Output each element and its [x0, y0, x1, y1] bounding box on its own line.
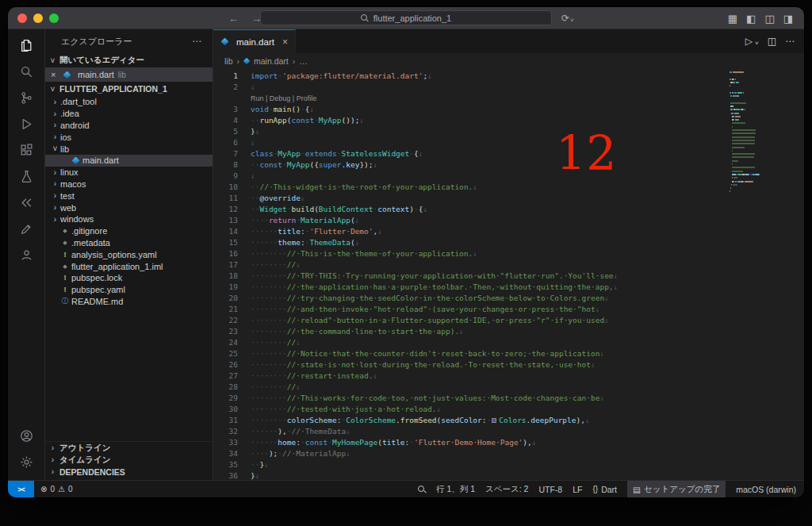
chevron-icon[interactable]: › [50, 203, 60, 212]
command-center[interactable]: flutter_application_1 [260, 10, 552, 25]
tree-item-ios[interactable]: ›ios [45, 131, 213, 143]
extensions-icon[interactable] [8, 137, 44, 163]
encoding[interactable]: UTF-8 [538, 481, 562, 497]
tree-item-pubspec.lock[interactable]: !pubspec.lock [45, 272, 213, 284]
sidebar-section-アウトライン[interactable]: ›アウトライン [45, 442, 213, 454]
tree-item-label: android [60, 121, 90, 130]
code-line: 25········//·Notice·that·the·counter·did… [213, 348, 804, 359]
zoom-window-button[interactable] [49, 13, 59, 23]
eol[interactable]: LF [573, 481, 582, 497]
indentation[interactable]: スペース: 2 [485, 481, 528, 497]
testing-icon[interactable] [8, 163, 44, 190]
tree-item-analysis_options.yaml[interactable]: !analysis_options.yaml [45, 248, 213, 260]
tree-item-web[interactable]: ›web [45, 202, 213, 213]
chevrons-icon[interactable] [8, 190, 44, 216]
code-text: ······title:·'Flutter·Demo',↓ [251, 227, 382, 236]
chevron-icon[interactable]: ˅ [50, 144, 60, 153]
titlebar: ← → flutter_application_1 ⟳˅ ▦◧◫◨ [8, 7, 804, 29]
account-icon[interactable] [8, 423, 44, 449]
open-editors-header[interactable]: ˅ 開いているエディター [45, 53, 213, 67]
minimize-window-button[interactable] [33, 13, 43, 23]
os-indicator[interactable]: macOS (darwin) [736, 481, 796, 497]
project-label: FLUTTER_APPLICATION_1 [59, 84, 167, 94]
more-actions-icon[interactable]: ⋯ [192, 36, 201, 47]
tree-item-pubspec.yaml[interactable]: !pubspec.yaml [45, 284, 213, 296]
tree-item-lib[interactable]: ˅lib [45, 143, 213, 155]
open-editor-item[interactable]: × main.dart lib [45, 67, 213, 82]
tree-item-README.md[interactable]: ⓘREADME.md [45, 296, 213, 308]
cursor-position[interactable]: 行 1、列 1 [436, 481, 475, 497]
line-number: 27 [213, 371, 251, 382]
gray-file-icon: ◆ [60, 240, 70, 246]
tree-item-flutter_application_1.iml[interactable]: ◆flutter_application_1.iml [45, 260, 213, 272]
tree-item-label: main.dart [82, 155, 119, 165]
close-icon[interactable]: × [282, 36, 288, 48]
pencil-icon[interactable] [8, 216, 44, 242]
remote-indicator[interactable]: >< [8, 481, 34, 497]
minimap[interactable] [725, 69, 804, 480]
tree-item-main.dart[interactable]: main.dart [45, 155, 213, 167]
code-editor[interactable]: 1import·'package:flutter/material.dart';… [213, 69, 804, 480]
chevron-icon[interactable]: › [50, 121, 60, 129]
breadcrumb: lib main.dart … [213, 53, 804, 69]
code-line: 6↓ [213, 137, 804, 148]
language-mode[interactable]: {}Dart [592, 481, 617, 497]
customize-layout-icon[interactable]: ▦ [728, 13, 737, 25]
project-header[interactable]: ˅ FLUTTER_APPLICATION_1 [45, 82, 213, 96]
split-editor-icon[interactable]: ◫ [768, 36, 776, 47]
chevron-icon[interactable]: › [50, 132, 60, 141]
breadcrumb-file[interactable]: main.dart [254, 56, 289, 66]
tab-main-dart[interactable]: main.dart × [213, 29, 296, 53]
chevron-icon[interactable]: › [50, 109, 60, 118]
sidebar-section-タイムライン[interactable]: ›タイムライン [45, 454, 213, 466]
chevron-icon[interactable]: › [50, 98, 60, 106]
problems-status[interactable]: ⊗ 0 ⚠ 0 [34, 485, 72, 493]
tree-item-.dart_tool[interactable]: ›.dart_tool [45, 96, 213, 108]
toggle-panel-icon[interactable]: ◫ [764, 13, 774, 25]
run-icon[interactable]: ▷ [745, 36, 753, 47]
code-text: ········//·TRY·THIS:·Try·running·your·ap… [251, 271, 618, 280]
code-line: 23········//·the·command·line·to·start·t… [213, 326, 804, 337]
toggle-primary-sidebar-icon[interactable]: ◧ [746, 13, 756, 25]
tree-item-macos[interactable]: ›macos [45, 179, 213, 190]
back-icon[interactable]: ← [228, 13, 239, 25]
line-number: 26 [213, 359, 251, 371]
window-controls: ▦◧◫◨ [728, 7, 793, 29]
source-control-icon[interactable] [8, 85, 44, 111]
tree-item-.gitignore[interactable]: ◆.gitignore [45, 225, 213, 237]
minimap-line [730, 143, 804, 144]
tree-item-test[interactable]: ›test [45, 190, 213, 202]
close-icon[interactable]: × [51, 70, 59, 79]
run-dropdown-icon[interactable]: ˅ [755, 40, 759, 47]
breadcrumb-symbol[interactable]: … [299, 56, 308, 66]
zoom-indicator[interactable] [418, 481, 426, 497]
settings-gear-icon[interactable] [8, 449, 44, 475]
line-number: 8 [213, 159, 251, 171]
tree-item-linux[interactable]: ›linux [45, 167, 213, 179]
tree-item-.idea[interactable]: ›.idea [45, 108, 213, 120]
run-and-debug-icon[interactable] [8, 111, 44, 137]
chevron-icon[interactable]: › [50, 168, 60, 177]
tree-item-windows[interactable]: ›windows [45, 213, 213, 225]
toggle-secondary-sidebar-icon[interactable]: ◨ [783, 13, 793, 25]
tree-item-android[interactable]: ›android [45, 120, 213, 132]
search-icon[interactable] [8, 59, 44, 85]
setup-status[interactable]: ▤セットアップの完了 [627, 481, 726, 497]
line-number: 6 [213, 137, 251, 148]
chevron-icon[interactable]: › [50, 215, 60, 224]
chevron-icon[interactable]: › [50, 191, 60, 200]
codelens[interactable]: Run | Debug | Profile [251, 94, 316, 102]
chevron-icon[interactable]: › [50, 179, 60, 188]
line-number: 14 [213, 226, 251, 237]
explorer-icon[interactable] [8, 33, 44, 59]
close-window-button[interactable] [17, 13, 27, 23]
tree-item-label: .idea [60, 109, 79, 118]
chevron-down-icon: ˅ [570, 17, 574, 24]
person-icon[interactable] [8, 242, 44, 268]
more-actions-icon[interactable]: ⋯ [785, 36, 795, 47]
line-number: 4 [213, 115, 251, 126]
breadcrumb-folder[interactable]: lib [224, 56, 233, 66]
sidebar-section-DEPENDENCIES[interactable]: ›DEPENDENCIES [45, 466, 213, 478]
sync-button[interactable]: ⟳˅ [561, 7, 574, 29]
tree-item-.metadata[interactable]: ◆.metadata [45, 237, 213, 249]
